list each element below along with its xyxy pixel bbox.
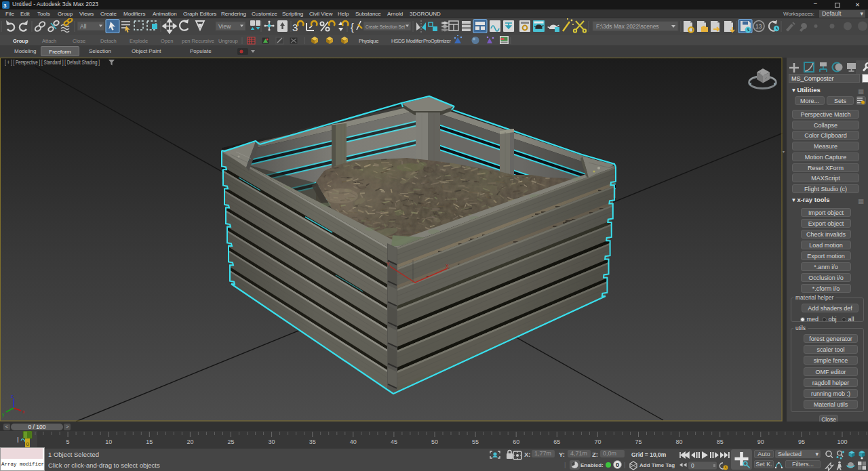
svg-text:85: 85 xyxy=(717,438,724,445)
svg-text:75: 75 xyxy=(635,438,642,445)
svg-text:25: 25 xyxy=(227,438,234,445)
svg-text:3: 3 xyxy=(3,3,7,9)
svg-text:60: 60 xyxy=(513,438,519,445)
svg-text:90: 90 xyxy=(757,438,764,445)
svg-text:70: 70 xyxy=(594,438,601,445)
svg-text:5: 5 xyxy=(66,438,70,445)
svg-text:15: 15 xyxy=(146,438,153,445)
svg-text:x: x xyxy=(22,409,25,414)
svg-text:I: I xyxy=(17,436,19,444)
svg-text:{: { xyxy=(351,22,354,33)
svg-text:y: y xyxy=(2,412,5,417)
svg-text:z: z xyxy=(11,394,14,398)
svg-text:13: 13 xyxy=(755,23,762,30)
svg-text:30: 30 xyxy=(269,438,275,445)
svg-text:50: 50 xyxy=(431,438,438,445)
svg-text:80: 80 xyxy=(676,438,683,445)
svg-text:F:\3ds Max 2022\scenes: F:\3ds Max 2022\scenes xyxy=(596,23,659,30)
svg-text:10: 10 xyxy=(105,438,112,445)
svg-text:65: 65 xyxy=(553,438,560,445)
svg-text:Y: Y xyxy=(387,262,390,266)
svg-text:40: 40 xyxy=(350,438,357,445)
svg-text:X: X xyxy=(446,264,449,268)
svg-text:Create Selection Set: Create Selection Set xyxy=(366,24,406,30)
svg-text:All: All xyxy=(80,23,87,30)
svg-text:View: View xyxy=(218,23,231,30)
svg-text:95: 95 xyxy=(798,438,805,445)
svg-text:[ + ] [ Perspective ] [ Standa: [ + ] [ Perspective ] [ Standard ] [ Def… xyxy=(5,59,100,66)
svg-text:45: 45 xyxy=(391,438,397,445)
svg-text:0: 0 xyxy=(26,441,30,447)
svg-text:55: 55 xyxy=(472,438,479,445)
svg-text:35: 35 xyxy=(309,438,316,445)
svg-text:0: 0 xyxy=(691,462,694,469)
svg-text:100: 100 xyxy=(837,438,847,445)
svg-text:20: 20 xyxy=(186,438,193,445)
